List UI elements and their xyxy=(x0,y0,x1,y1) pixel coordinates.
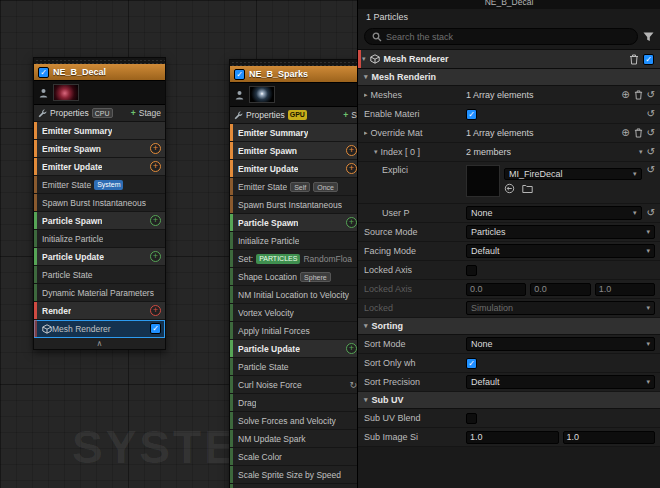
stack-module-vortex-velocity[interactable]: Vortex Velocity xyxy=(230,304,357,322)
add-module-button[interactable]: + xyxy=(150,305,161,316)
stack-module-shape-location[interactable]: Shape LocationSphere xyxy=(230,268,357,286)
sort-precision-dropdown[interactable]: Default▾ xyxy=(466,375,655,389)
stack-module-scale-color[interactable]: Scale Color xyxy=(230,448,357,466)
emitter-header[interactable]: ✓NE_B_Decal xyxy=(34,64,165,81)
add-module-button[interactable]: + xyxy=(150,251,161,262)
category-sorting[interactable]: ▾ Sorting xyxy=(358,318,660,335)
stack-module-nm-initial-location-to-velocity[interactable]: NM Initial Location to Velocity xyxy=(230,286,357,304)
stack-module-drag[interactable]: Drag xyxy=(230,394,357,412)
emitter-enabled-checkbox[interactable]: ✓ xyxy=(234,69,245,80)
material-thumbnail[interactable] xyxy=(466,165,500,197)
stack-section-emitter-update[interactable]: Emitter Update+ xyxy=(34,158,165,176)
panel-tab[interactable]: NE_B_Decal xyxy=(358,0,660,9)
stack-module-emitter-state[interactable]: Emitter StateSystem xyxy=(34,176,165,194)
add-array-element-icon[interactable]: ⊕ xyxy=(621,128,629,138)
renderer-enabled-checkbox[interactable]: ✓ xyxy=(643,54,654,65)
stack-module-emitter-state[interactable]: Emitter StateSelfOnce xyxy=(230,178,357,196)
stack-section-emitter-spawn[interactable]: Emitter Spawn+ xyxy=(230,142,357,160)
chevron-down-icon[interactable]: ▾ xyxy=(364,322,368,330)
stack-module-mesh-renderer[interactable]: Mesh Renderer✓ xyxy=(34,320,165,338)
sort-mode-dropdown[interactable]: None▾ xyxy=(466,337,655,351)
reset-to-default-icon[interactable]: ↺ xyxy=(647,128,655,138)
reset-to-default-icon[interactable]: ↺ xyxy=(647,165,655,175)
reset-to-default-icon[interactable]: ↺ xyxy=(647,147,655,157)
material-dropdown[interactable]: MI_FireDecal ▾ xyxy=(504,168,642,180)
chevron-down-icon[interactable]: ▾ xyxy=(362,55,366,63)
trash-icon[interactable] xyxy=(634,90,643,100)
add-module-button[interactable]: + xyxy=(346,163,357,174)
add-module-button[interactable]: + xyxy=(346,145,357,156)
locked-axis-y-field[interactable]: 0.0 xyxy=(530,283,590,296)
trash-icon[interactable] xyxy=(634,128,643,138)
filter-icon[interactable] xyxy=(643,32,654,42)
add-module-button[interactable]: + xyxy=(346,217,357,228)
chevron-down-icon[interactable]: ▾ xyxy=(364,73,368,81)
stack-module-dynamic-material-parameters[interactable]: Dynamic Material Parameters xyxy=(230,484,357,488)
add-module-button[interactable]: + xyxy=(346,343,357,354)
facing-mode-dropdown[interactable]: Default▾ xyxy=(466,244,655,258)
sub-image-y-field[interactable]: 1.0 xyxy=(563,431,656,444)
reset-to-default-icon[interactable]: ↺ xyxy=(647,208,655,218)
renderer-enabled-checkbox[interactable]: ✓ xyxy=(150,323,161,334)
chevron-down-icon[interactable]: ▾ xyxy=(374,148,378,156)
category-mesh-rendering[interactable]: ▾ Mesh Renderin xyxy=(358,69,660,86)
stack-section-render[interactable]: Render+ xyxy=(34,302,165,320)
expander-icon[interactable]: ▸ xyxy=(364,129,368,137)
stack-module-initialize-particle[interactable]: Initialize Particle xyxy=(34,230,165,248)
stack-module-particle-state[interactable]: Particle State xyxy=(230,358,357,376)
stack-module-spawn-burst-instantaneous[interactable]: Spawn Burst Instantaneous xyxy=(230,196,357,214)
add-stage-icon[interactable]: + xyxy=(343,110,348,120)
stack-section-emitter-update[interactable]: Emitter Update+ xyxy=(230,160,357,178)
add-module-button[interactable]: + xyxy=(150,143,161,154)
stack-module-dynamic-material-parameters[interactable]: Dynamic Material Parameters xyxy=(34,284,165,302)
stack-module-set[interactable]: Set:PARTICLESRandomFloa xyxy=(230,250,357,268)
chevron-down-icon[interactable]: ▾ xyxy=(639,148,643,156)
use-selected-asset-icon[interactable] xyxy=(504,183,515,194)
user-parameter-dropdown[interactable]: None▾ xyxy=(466,206,642,220)
stack-section-emitter-spawn[interactable]: Emitter Spawn+ xyxy=(34,140,165,158)
source-mode-dropdown[interactable]: Particles▾ xyxy=(466,225,655,239)
locked-axis-x-field[interactable]: 0.0 xyxy=(466,283,526,296)
collapse-stack-button[interactable]: ∧ xyxy=(34,338,165,349)
expander-icon[interactable]: ▸ xyxy=(364,91,368,99)
stack-section-particle-spawn[interactable]: Particle Spawn+ xyxy=(34,212,165,230)
stack-module-initialize-particle[interactable]: Initialize Particle xyxy=(230,232,357,250)
stack-module-particle-state[interactable]: Particle State xyxy=(34,266,165,284)
locked-axis-enable-checkbox[interactable] xyxy=(466,265,477,276)
emitter-header[interactable]: ✓NE_B_Sparks xyxy=(230,66,357,83)
stack-section-particle-spawn[interactable]: Particle Spawn+ xyxy=(230,214,357,232)
stack-module-spawn-burst-instantaneous[interactable]: Spawn Burst Instantaneous xyxy=(34,194,165,212)
stack-section-particle-update[interactable]: Particle Update+ xyxy=(230,340,357,358)
locked-axis-space-dropdown[interactable]: Simulation▾ xyxy=(466,301,655,315)
stack-module-scale-sprite-size-by-speed[interactable]: Scale Sprite Size by Speed xyxy=(230,466,357,484)
add-array-element-icon[interactable]: ⊕ xyxy=(621,90,629,100)
enable-materials-checkbox[interactable]: ✓ xyxy=(466,109,477,120)
refresh-icon[interactable]: ↻ xyxy=(349,380,357,390)
sort-only-checkbox[interactable]: ✓ xyxy=(466,358,477,369)
stack-module-apply-initial-forces[interactable]: Apply Initial Forces xyxy=(230,322,357,340)
add-module-button[interactable]: + xyxy=(150,161,161,172)
browse-to-asset-icon[interactable] xyxy=(522,184,533,194)
chevron-down-icon[interactable]: ▾ xyxy=(364,396,368,404)
reset-to-default-icon[interactable]: ↺ xyxy=(647,90,655,100)
emitter-node-ne-b-decal[interactable]: ✓NE_B_DecalPropertiesCPU+StageEmitter Su… xyxy=(33,57,166,350)
locked-axis-z-field[interactable]: 1.0 xyxy=(595,283,655,296)
sub-image-x-field[interactable]: 1.0 xyxy=(466,431,559,444)
properties-row[interactable]: PropertiesCPU+Stage xyxy=(34,105,165,122)
stack-module-curl-noise-force[interactable]: Curl Noise Force↻ xyxy=(230,376,357,394)
emitter-enabled-checkbox[interactable]: ✓ xyxy=(38,67,49,78)
properties-row[interactable]: PropertiesGPU+S xyxy=(230,107,357,124)
reset-to-default-icon[interactable]: ↺ xyxy=(647,109,655,119)
add-module-button[interactable]: + xyxy=(150,215,161,226)
sub-uv-blend-checkbox[interactable] xyxy=(466,413,477,424)
add-stage-icon[interactable]: + xyxy=(131,108,136,118)
search-input[interactable]: Search the stack xyxy=(364,28,638,45)
stack-module-solve-forces-and-velocity[interactable]: Solve Forces and Velocity xyxy=(230,412,357,430)
node-graph[interactable]: SYSTEM ✓NE_B_DecalPropertiesCPU+StageEmi… xyxy=(0,0,357,488)
stack-section-particle-update[interactable]: Particle Update+ xyxy=(34,248,165,266)
stack-section-emitter-summary[interactable]: Emitter Summary xyxy=(230,124,357,142)
emitter-node-ne-b-sparks[interactable]: ✓NE_B_SparksPropertiesGPU+SEmitter Summa… xyxy=(229,59,357,488)
renderer-header-row[interactable]: ▾ Mesh Renderer ✓ xyxy=(358,49,660,69)
trash-icon[interactable] xyxy=(629,54,639,65)
category-sub-uv[interactable]: ▾ Sub UV xyxy=(358,392,660,409)
